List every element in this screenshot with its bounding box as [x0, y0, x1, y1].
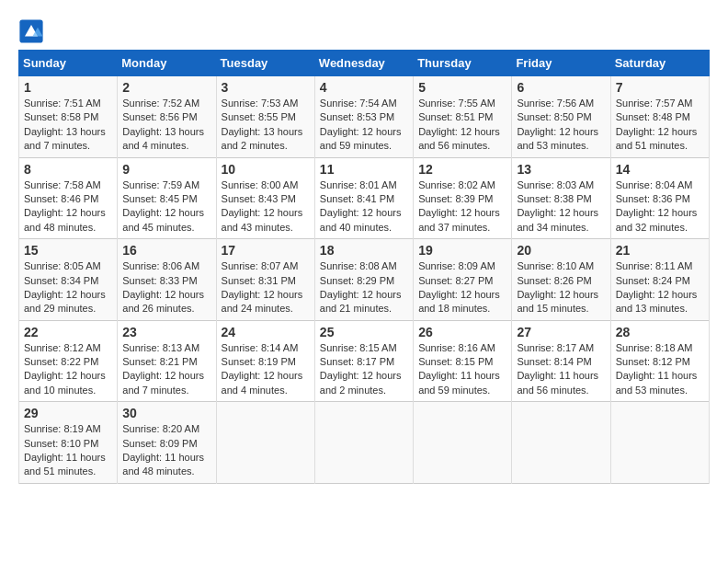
day-number: 20 [517, 243, 605, 258]
calendar-cell: 26Sunrise: 8:16 AM Sunset: 8:15 PM Dayli… [414, 320, 512, 402]
day-info: Sunrise: 8:04 AM Sunset: 8:36 PM Dayligh… [616, 178, 704, 236]
calendar-cell: 18Sunrise: 8:08 AM Sunset: 8:29 PM Dayli… [314, 239, 413, 321]
calendar-cell: 11Sunrise: 8:01 AM Sunset: 8:41 PM Dayli… [314, 157, 413, 239]
header-row: Sunday Monday Tuesday Wednesday Thursday… [19, 51, 710, 76]
calendar-cell: 3Sunrise: 7:53 AM Sunset: 8:55 PM Daylig… [216, 76, 314, 158]
calendar-cell [314, 402, 413, 484]
calendar-body: 1Sunrise: 7:51 AM Sunset: 8:58 PM Daylig… [19, 76, 710, 484]
calendar-cell: 20Sunrise: 8:10 AM Sunset: 8:26 PM Dayli… [512, 239, 610, 321]
calendar-cell: 27Sunrise: 8:17 AM Sunset: 8:14 PM Dayli… [512, 320, 610, 402]
day-number: 17 [222, 243, 310, 258]
calendar-cell: 29Sunrise: 8:19 AM Sunset: 8:10 PM Dayli… [19, 402, 118, 484]
calendar-cell: 10Sunrise: 8:00 AM Sunset: 8:43 PM Dayli… [216, 157, 314, 239]
day-info: Sunrise: 8:03 AM Sunset: 8:38 PM Dayligh… [517, 178, 605, 236]
day-info: Sunrise: 8:19 AM Sunset: 8:10 PM Dayligh… [24, 422, 112, 479]
day-info: Sunrise: 8:06 AM Sunset: 8:33 PM Dayligh… [122, 259, 210, 316]
calendar-week-4: 22Sunrise: 8:12 AM Sunset: 8:22 PM Dayli… [19, 320, 710, 402]
header-wednesday: Wednesday [314, 51, 413, 76]
calendar-cell: 13Sunrise: 8:03 AM Sunset: 8:38 PM Dayli… [512, 157, 610, 239]
day-info: Sunrise: 7:51 AM Sunset: 8:58 PM Dayligh… [24, 97, 112, 154]
day-info: Sunrise: 8:07 AM Sunset: 8:31 PM Dayligh… [222, 259, 310, 316]
day-number: 26 [418, 325, 506, 339]
day-number: 24 [222, 325, 310, 339]
day-info: Sunrise: 8:15 AM Sunset: 8:17 PM Dayligh… [320, 341, 408, 398]
day-number: 27 [517, 325, 605, 339]
calendar-cell: 25Sunrise: 8:15 AM Sunset: 8:17 PM Dayli… [314, 320, 413, 402]
header-friday: Friday [512, 51, 610, 76]
day-number: 6 [517, 80, 605, 95]
day-info: Sunrise: 7:56 AM Sunset: 8:50 PM Dayligh… [517, 97, 605, 154]
day-info: Sunrise: 7:59 AM Sunset: 8:45 PM Dayligh… [122, 178, 210, 236]
calendar-cell [512, 402, 610, 484]
day-info: Sunrise: 8:02 AM Sunset: 8:39 PM Dayligh… [418, 178, 506, 236]
day-number: 5 [418, 80, 506, 95]
calendar-cell [610, 402, 709, 484]
day-number: 12 [418, 162, 506, 177]
day-number: 25 [320, 325, 408, 339]
day-info: Sunrise: 8:13 AM Sunset: 8:21 PM Dayligh… [122, 341, 210, 398]
day-info: Sunrise: 8:20 AM Sunset: 8:09 PM Dayligh… [122, 422, 210, 479]
day-number: 11 [320, 162, 408, 177]
day-number: 28 [616, 325, 704, 339]
calendar-cell: 19Sunrise: 8:09 AM Sunset: 8:27 PM Dayli… [414, 239, 512, 321]
day-number: 9 [122, 162, 210, 177]
calendar-cell: 24Sunrise: 8:14 AM Sunset: 8:19 PM Dayli… [216, 320, 314, 402]
day-number: 21 [616, 243, 704, 258]
day-info: Sunrise: 8:09 AM Sunset: 8:27 PM Dayligh… [418, 259, 506, 316]
calendar-cell: 2Sunrise: 7:52 AM Sunset: 8:56 PM Daylig… [118, 76, 216, 158]
day-number: 2 [122, 80, 210, 95]
calendar-cell: 8Sunrise: 7:58 AM Sunset: 8:46 PM Daylig… [19, 157, 118, 239]
header-thursday: Thursday [414, 51, 512, 76]
calendar-table: Sunday Monday Tuesday Wednesday Thursday… [18, 50, 710, 484]
page-header [18, 18, 710, 44]
day-number: 18 [320, 243, 408, 258]
day-number: 7 [616, 80, 704, 95]
day-info: Sunrise: 8:17 AM Sunset: 8:14 PM Dayligh… [517, 341, 605, 398]
day-info: Sunrise: 8:05 AM Sunset: 8:34 PM Dayligh… [24, 259, 112, 316]
calendar-cell [216, 402, 314, 484]
logo [18, 18, 48, 44]
day-info: Sunrise: 7:53 AM Sunset: 8:55 PM Dayligh… [222, 97, 310, 154]
header-sunday: Sunday [19, 51, 118, 76]
calendar-cell: 1Sunrise: 7:51 AM Sunset: 8:58 PM Daylig… [19, 76, 118, 158]
day-info: Sunrise: 8:08 AM Sunset: 8:29 PM Dayligh… [320, 259, 408, 316]
day-number: 3 [222, 80, 310, 95]
day-info: Sunrise: 7:54 AM Sunset: 8:53 PM Dayligh… [320, 97, 408, 154]
calendar-header: Sunday Monday Tuesday Wednesday Thursday… [19, 51, 710, 76]
day-number: 1 [24, 80, 112, 95]
calendar-cell: 5Sunrise: 7:55 AM Sunset: 8:51 PM Daylig… [414, 76, 512, 158]
calendar-cell: 22Sunrise: 8:12 AM Sunset: 8:22 PM Dayli… [19, 320, 118, 402]
calendar-cell: 30Sunrise: 8:20 AM Sunset: 8:09 PM Dayli… [118, 402, 216, 484]
calendar-cell: 21Sunrise: 8:11 AM Sunset: 8:24 PM Dayli… [610, 239, 709, 321]
day-info: Sunrise: 7:55 AM Sunset: 8:51 PM Dayligh… [418, 97, 506, 154]
calendar-week-2: 8Sunrise: 7:58 AM Sunset: 8:46 PM Daylig… [19, 157, 710, 239]
day-number: 13 [517, 162, 605, 177]
header-saturday: Saturday [610, 51, 709, 76]
calendar-cell [414, 402, 512, 484]
calendar-week-1: 1Sunrise: 7:51 AM Sunset: 8:58 PM Daylig… [19, 76, 710, 158]
day-info: Sunrise: 8:10 AM Sunset: 8:26 PM Dayligh… [517, 259, 605, 316]
day-info: Sunrise: 8:18 AM Sunset: 8:12 PM Dayligh… [616, 341, 704, 398]
day-info: Sunrise: 8:16 AM Sunset: 8:15 PM Dayligh… [418, 341, 506, 398]
header-monday: Monday [118, 51, 216, 76]
calendar-cell: 4Sunrise: 7:54 AM Sunset: 8:53 PM Daylig… [314, 76, 413, 158]
calendar-cell: 6Sunrise: 7:56 AM Sunset: 8:50 PM Daylig… [512, 76, 610, 158]
day-number: 19 [418, 243, 506, 258]
day-number: 15 [24, 243, 112, 258]
day-number: 14 [616, 162, 704, 177]
day-number: 23 [122, 325, 210, 339]
calendar-cell: 14Sunrise: 8:04 AM Sunset: 8:36 PM Dayli… [610, 157, 709, 239]
calendar-cell: 15Sunrise: 8:05 AM Sunset: 8:34 PM Dayli… [19, 239, 118, 321]
logo-icon [18, 18, 44, 44]
day-number: 4 [320, 80, 408, 95]
calendar-cell: 7Sunrise: 7:57 AM Sunset: 8:48 PM Daylig… [610, 76, 709, 158]
day-info: Sunrise: 7:52 AM Sunset: 8:56 PM Dayligh… [122, 97, 210, 154]
calendar-week-3: 15Sunrise: 8:05 AM Sunset: 8:34 PM Dayli… [19, 239, 710, 321]
calendar-cell: 12Sunrise: 8:02 AM Sunset: 8:39 PM Dayli… [414, 157, 512, 239]
day-info: Sunrise: 8:00 AM Sunset: 8:43 PM Dayligh… [222, 178, 310, 236]
day-info: Sunrise: 8:11 AM Sunset: 8:24 PM Dayligh… [616, 259, 704, 316]
calendar-cell: 17Sunrise: 8:07 AM Sunset: 8:31 PM Dayli… [216, 239, 314, 321]
header-tuesday: Tuesday [216, 51, 314, 76]
day-number: 16 [122, 243, 210, 258]
day-number: 30 [122, 406, 210, 420]
